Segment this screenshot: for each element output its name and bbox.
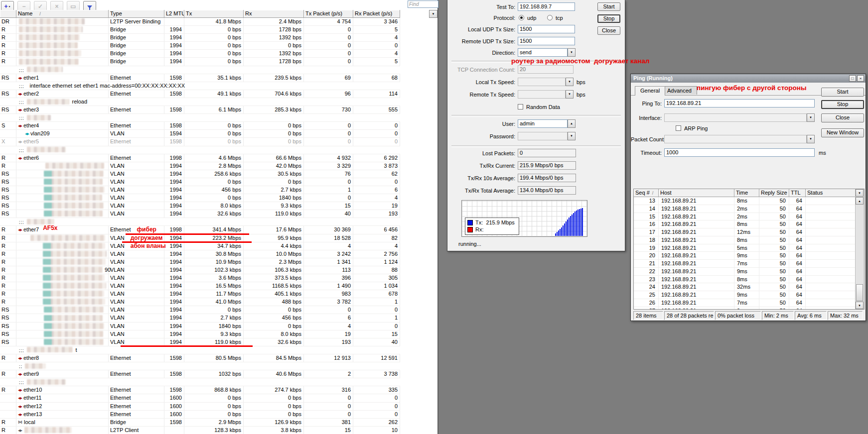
interface-row[interactable]: RBridge19940 bps1728 bps05 xyxy=(0,58,400,66)
header-reply-size[interactable]: Reply Size xyxy=(759,189,789,197)
header-tx[interactable]: Tx xyxy=(184,10,244,18)
header-rx[interactable]: Rx xyxy=(244,10,304,18)
interface-row[interactable]: R◀▶L2TP Client128.3 kbps3.8 kbps1510 xyxy=(0,427,400,434)
interface-row[interactable]: RVLANабон вланы199434.7 kbps4.4 kbps44 xyxy=(0,242,400,250)
comment-row[interactable]: ;;; xyxy=(0,146,400,154)
header-ttl[interactable]: TTL xyxy=(789,189,806,197)
interface-row[interactable]: ◀▶ether11Ethernet16000 bps0 bps00 xyxy=(0,394,400,402)
user-input[interactable]: admin xyxy=(518,119,568,128)
interface-row[interactable]: RVLANдогружаем1994223.2 Mbps95.9 kbps18 … xyxy=(0,234,400,242)
comment-row[interactable]: ;;; xyxy=(0,378,400,386)
interface-row[interactable]: RSVLAN19942.7 kbps456 bps61 xyxy=(0,314,400,322)
interface-row[interactable]: DRL2TP Server Binding41.8 Mbps2.4 Mbps4 … xyxy=(0,18,400,26)
local-udp-tx-size-input[interactable]: 1500 xyxy=(518,25,575,33)
comment-row[interactable]: ;;;interface ethernet set ether1 mac-add… xyxy=(0,82,400,90)
interface-row[interactable]: X◀▶ether5Ethernet15980 bps0 bps00 xyxy=(0,138,400,146)
password-dropdown-button[interactable]: ▼ xyxy=(568,132,576,140)
ping-row[interactable]: 16192.168.89.218ms5064 xyxy=(634,220,864,228)
interface-row[interactable]: RSVLAN1994258.6 kbps30.5 kbps7662 xyxy=(0,170,400,178)
scroll-down-button[interactable]: ▼ xyxy=(856,302,864,309)
interface-dropdown-button[interactable]: ▼ xyxy=(807,113,815,122)
comment-row[interactable]: ;;;t xyxy=(0,346,400,354)
interface-row[interactable]: ◀▶ether12Ethernet16000 bps0 bps00 xyxy=(0,403,400,411)
column-select-button[interactable]: ▼ xyxy=(856,189,864,197)
interface-row[interactable]: RVLAN199430.8 Mbps10.0 Mbps3 2422 756 xyxy=(0,250,400,258)
header-seq-[interactable]: Seq #/ xyxy=(634,189,659,197)
ping-row[interactable]: 22192.168.89.219ms5064 xyxy=(634,268,864,276)
comment-row[interactable]: ;;;reload xyxy=(0,98,400,106)
direction-dropdown-button[interactable]: ▼ xyxy=(568,48,576,57)
interface-row[interactable]: R⋈localBridge15982.9 Mbps126.9 kbps38126… xyxy=(0,419,400,427)
arp-ping-checkbox[interactable] xyxy=(676,125,681,131)
ping-close-button[interactable]: Close xyxy=(821,113,864,122)
tab-advanced[interactable]: Advanced xyxy=(662,86,697,95)
interface-row[interactable]: RVLAN199416.5 Mbps1168.5 kbps1 4901 034 xyxy=(0,282,400,290)
interface-row[interactable]: R◀▶ether8Ethernet159880.5 Mbps84.5 Mbps1… xyxy=(0,354,400,362)
interface-row[interactable]: S◀▶ether4Ethernet15980 bps0 bps00 xyxy=(0,122,400,130)
scrollbar-thumb[interactable] xyxy=(856,284,863,301)
interface-row[interactable]: R◀▶ether9Ethernet15981032 bps40.6 Mbps23… xyxy=(0,370,400,378)
interface-row[interactable]: RSVLAN19940 bps0 bps00 xyxy=(0,178,400,186)
tcp-radio[interactable] xyxy=(547,15,553,20)
maximize-button[interactable]: □ xyxy=(849,75,856,82)
interface-row[interactable]: RSVLAN19940 bps0 bps00 xyxy=(0,306,400,314)
ping-to-input[interactable]: 192.168.89.21 xyxy=(664,99,815,108)
interface-row[interactable]: R◀▶ether6Ethernet19984.6 Mbps66.6 Mbps4 … xyxy=(0,154,400,162)
interface-row[interactable]: RVLAN19942.8 Mbps42.0 Mbps3 3293 873 xyxy=(0,162,400,170)
header-tx-packet-p-s-[interactable]: Tx Packet (p/s) xyxy=(304,10,353,18)
ping-row[interactable]: 14192.168.89.212ms5064 xyxy=(634,205,864,213)
interface-row[interactable]: RS◀▶ether1Ethernet159835.1 kbps239.5 kbp… xyxy=(0,74,400,82)
new-window-button[interactable]: New Window xyxy=(821,128,864,137)
comment-row[interactable]: ;;; xyxy=(0,218,400,226)
ping-row[interactable]: 15192.168.89.212ms5064 xyxy=(634,213,864,221)
interface-row[interactable]: RBridge19940 bps1392 bps04 xyxy=(0,34,400,42)
interface-row[interactable]: RVLAN199441.0 Mbps488 bps3 7821 xyxy=(0,298,400,306)
udp-radio[interactable] xyxy=(519,15,524,20)
scroll-up-button[interactable]: ▲ xyxy=(856,197,864,205)
remote-udp-tx-size-input[interactable]: 1500 xyxy=(518,37,575,45)
remote-tx-speed-dropdown-button[interactable]: ▼ xyxy=(566,90,574,99)
interface-row[interactable]: RBridge19940 bps1392 bps04 xyxy=(0,50,400,58)
column-select-button[interactable]: ▼ xyxy=(429,10,437,18)
interface-row[interactable]: R◀▶ether10Ethernet1598868.8 kbps274.7 kb… xyxy=(0,386,400,394)
header-name[interactable]: Name/ xyxy=(16,10,109,18)
interface-row[interactable]: RVLAN199411.7 Mbps405.1 kbps983678 xyxy=(0,290,400,298)
ping-row[interactable]: 19192.168.89.215ms5064 xyxy=(634,244,864,252)
comment-row[interactable]: ;;; xyxy=(0,114,400,122)
bandwidth-start-button[interactable]: Start xyxy=(597,2,620,11)
header-type[interactable]: Type xyxy=(109,10,164,18)
test-to-input[interactable]: 192.168.89.7 xyxy=(518,2,575,11)
header-rx-packet-p-s-[interactable]: Rx Packet (p/s) xyxy=(353,10,400,18)
header-time[interactable]: Time xyxy=(734,189,759,197)
interface-row[interactable]: RBridge19940 bps1728 bps05 xyxy=(0,26,400,34)
interface-row[interactable]: R◀▶ether7AF5xEthernetфибер1998341.4 Mbps… xyxy=(0,226,400,234)
interface-row[interactable]: RVLAN199410.9 Mbps2.3 Mbps1 3411 124 xyxy=(0,258,400,266)
ping-window-titlebar[interactable]: Ping (Running) xyxy=(631,74,866,83)
ping-row[interactable]: 26192.168.89.217ms5064 xyxy=(634,299,864,307)
header-status[interactable]: Status xyxy=(806,189,857,197)
ping-row[interactable]: 18192.168.89.218ms5064 xyxy=(634,236,864,244)
user-spin-button[interactable]: ▲ xyxy=(568,119,576,128)
ping-row[interactable]: 27192.168.89.219ms5064 xyxy=(634,307,864,310)
interface-row[interactable]: ◀▶ether13Ethernet16000 bps0 bps00 xyxy=(0,411,400,419)
interface-row[interactable]: RSVLAN19948.0 kbps9.3 kbps1519 xyxy=(0,202,400,210)
interface-row[interactable]: RSVLAN1994456 bps2.7 kbps16 xyxy=(0,186,400,194)
comment-row[interactable]: ;;; xyxy=(0,66,400,74)
random-data-checkbox[interactable] xyxy=(518,104,523,109)
interface-row[interactable]: RS◀▶ether3Ethernet15986.1 Mbps285.3 kbps… xyxy=(0,106,400,114)
interface-row[interactable]: ◀▶vlan209VLAN15940 bps0 bps00 xyxy=(0,130,400,138)
tab-general[interactable]: General xyxy=(635,86,665,96)
header-l2-mtu[interactable]: L2 MTU xyxy=(164,10,184,18)
ping-row[interactable]: 20192.168.89.219ms5064 xyxy=(634,252,864,260)
ping-row[interactable]: 21192.168.89.217ms5064 xyxy=(634,260,864,268)
ping-row[interactable]: 23192.168.89.218ms5064 xyxy=(634,276,864,284)
local-tx-speed-dropdown-button[interactable]: ▼ xyxy=(566,78,574,86)
find-input[interactable] xyxy=(408,0,438,8)
ping-row[interactable]: 25192.168.89.219ms5064 xyxy=(634,291,864,299)
header-flags[interactable] xyxy=(0,10,16,18)
ping-row[interactable]: 24192.168.89.2132ms5064 xyxy=(634,283,864,291)
interface-row[interactable]: RSVLAN19941840 bps0 bps40 xyxy=(0,323,400,330)
direction-select[interactable]: send xyxy=(518,48,568,57)
interface-row[interactable]: RS◀▶ether2Ethernet159849.1 kbps704.6 kbp… xyxy=(0,90,400,98)
bandwidth-stop-button[interactable]: Stop xyxy=(597,14,620,23)
